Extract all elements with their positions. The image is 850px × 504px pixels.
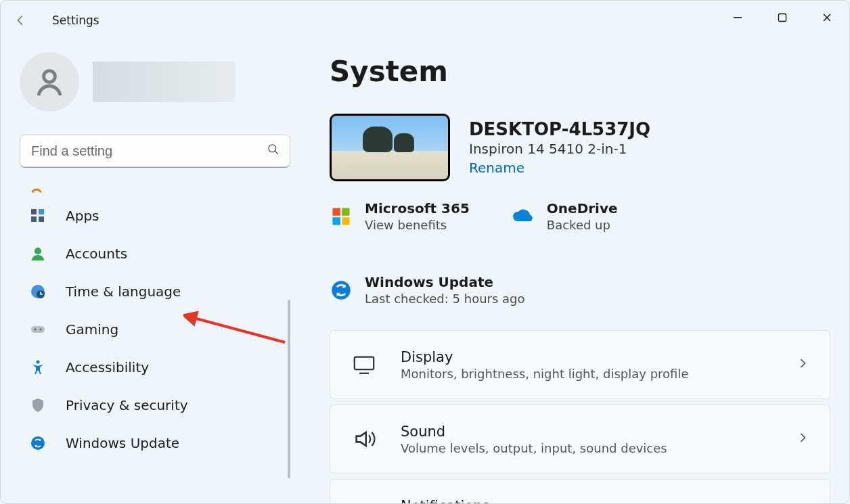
svg-rect-19 [333, 208, 340, 215]
card-title: Sound [401, 423, 667, 440]
notifications-icon [351, 500, 378, 503]
info-title: Windows Update [365, 274, 525, 290]
search-icon [267, 143, 280, 159]
svg-point-5 [269, 145, 276, 152]
sidebar-item-time-language[interactable]: Time & language [20, 273, 297, 311]
info-onedrive[interactable]: OneDrive Backed up [512, 200, 618, 232]
settings-cards: Display Monitors, brightness, night ligh… [330, 330, 830, 503]
svg-rect-1 [779, 14, 786, 22]
svg-line-6 [275, 152, 278, 154]
windows-update-status-icon [330, 279, 353, 302]
sidebar-item-label: Time & language [66, 283, 181, 300]
time-language-icon [29, 283, 47, 300]
card-title: Notifications [401, 498, 576, 504]
svg-rect-10 [39, 216, 44, 222]
onedrive-icon [512, 205, 535, 228]
info-windows-update[interactable]: Windows Update Last checked: 5 hours ago [330, 274, 525, 306]
info-sub: Last checked: 5 hours ago [365, 292, 525, 306]
content: System DESKTOP-4L537JQ Inspiron 14 5410 … [330, 55, 830, 503]
info-title: OneDrive [547, 200, 618, 216]
svg-rect-7 [31, 209, 37, 214]
search-field[interactable] [30, 143, 267, 160]
card-notifications[interactable]: Notifications Alerts from apps and syste… [330, 479, 830, 503]
back-button[interactable] [5, 4, 37, 37]
display-icon [351, 351, 378, 378]
sidebar-item-accounts[interactable]: Accounts [20, 235, 297, 273]
sidebar-item-accessibility[interactable]: Accessibility [20, 348, 297, 386]
sidebar-item-label: Privacy & security [66, 397, 188, 413]
sidebar-nav: Apps Accounts Time & language Gaming Acc [20, 197, 297, 462]
avatar [20, 52, 79, 112]
sidebar-item-gaming[interactable]: Gaming [20, 311, 297, 348]
device-name: DESKTOP-4L537JQ [469, 119, 650, 139]
device-thumbnail[interactable] [330, 114, 450, 181]
sidebar: Apps Accounts Time & language Gaming Acc [1, 40, 305, 503]
card-sub: Volume levels, output, input, sound devi… [401, 441, 667, 455]
rename-link[interactable]: Rename [469, 160, 650, 176]
sidebar-item-label: Gaming [66, 321, 118, 338]
sidebar-item-partial [32, 183, 297, 190]
svg-point-16 [40, 329, 42, 331]
close-button[interactable] [805, 1, 849, 35]
accounts-icon [29, 245, 47, 262]
accessibility-icon [29, 359, 47, 376]
svg-rect-24 [355, 357, 374, 369]
svg-point-15 [35, 329, 37, 331]
microsoft-365-icon [330, 205, 353, 228]
card-title: Display [401, 349, 689, 365]
card-display[interactable]: Display Monitors, brightness, night ligh… [330, 330, 830, 399]
svg-point-18 [31, 436, 45, 450]
svg-rect-21 [333, 217, 340, 225]
sidebar-scrollbar[interactable] [288, 300, 290, 478]
chevron-right-icon [796, 431, 809, 447]
sidebar-item-label: Accounts [66, 246, 127, 262]
svg-rect-20 [342, 208, 349, 215]
minimize-button[interactable] [715, 1, 760, 35]
sidebar-item-privacy-security[interactable]: Privacy & security [20, 386, 297, 424]
search-input[interactable] [20, 135, 290, 167]
svg-point-17 [37, 361, 40, 364]
windows-update-icon [29, 434, 47, 452]
gaming-icon [29, 321, 47, 338]
privacy-icon [29, 396, 47, 414]
profile-name-redacted [93, 62, 235, 102]
svg-point-11 [35, 248, 41, 254]
svg-rect-9 [31, 216, 37, 222]
sidebar-item-label: Windows Update [66, 435, 179, 451]
svg-point-23 [332, 281, 351, 300]
sidebar-item-windows-update[interactable]: Windows Update [20, 424, 297, 462]
maximize-button[interactable] [760, 1, 805, 35]
info-row: Microsoft 365 View benefits OneDrive Bac… [330, 200, 830, 306]
titlebar: Settings [1, 1, 849, 40]
sidebar-item-label: Apps [66, 208, 99, 224]
info-microsoft-365[interactable]: Microsoft 365 View benefits [330, 200, 470, 232]
sidebar-item-apps[interactable]: Apps [20, 197, 297, 235]
device-model: Inspiron 14 5410 2-in-1 [469, 141, 650, 157]
chevron-right-icon [796, 357, 809, 373]
window-controls [715, 1, 849, 35]
card-sub: Monitors, brightness, night light, displ… [401, 367, 689, 381]
device-header: DESKTOP-4L537JQ Inspiron 14 5410 2-in-1 … [330, 114, 830, 181]
page-title: System [330, 55, 830, 88]
app-title: Settings [52, 14, 99, 27]
svg-rect-14 [31, 326, 45, 333]
svg-point-4 [44, 71, 55, 83]
card-sound[interactable]: Sound Volume levels, output, input, soun… [330, 405, 830, 474]
svg-rect-22 [342, 217, 349, 225]
device-info: DESKTOP-4L537JQ Inspiron 14 5410 2-in-1 … [469, 119, 650, 176]
apps-icon [29, 207, 47, 225]
profile[interactable] [20, 52, 297, 112]
sidebar-item-label: Accessibility [66, 359, 149, 375]
info-sub: Backed up [547, 218, 618, 232]
info-title: Microsoft 365 [365, 200, 470, 216]
sound-icon [351, 426, 378, 453]
svg-rect-8 [39, 209, 44, 214]
info-sub: View benefits [365, 218, 470, 232]
